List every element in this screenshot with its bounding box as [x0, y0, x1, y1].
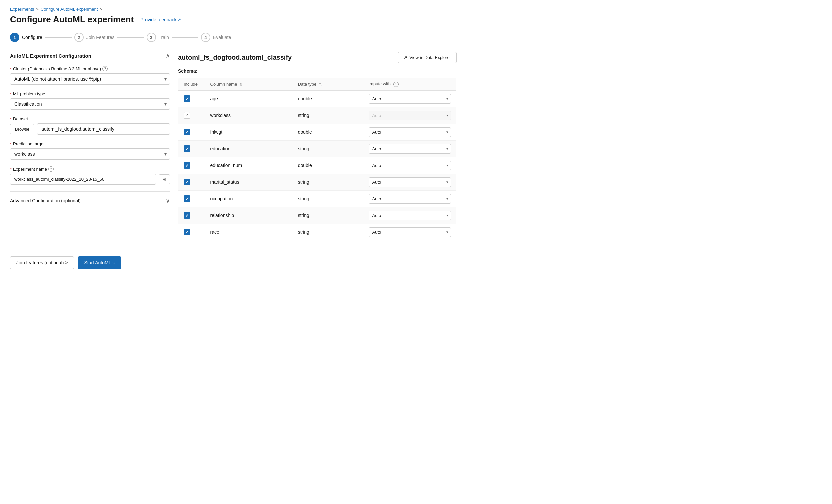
impute-select[interactable]: Auto — [369, 111, 451, 120]
step-configure[interactable]: 1 Configure — [10, 33, 42, 42]
impute-select[interactable]: Auto — [369, 127, 451, 137]
step-train[interactable]: 3 Train — [147, 33, 169, 42]
experiment-name-label: * Experiment name ? — [10, 166, 170, 172]
checkbox-checked[interactable]: ✓ — [184, 179, 190, 185]
impute-cell: Auto — [363, 190, 457, 207]
view-explorer-label: View in Data Explorer — [409, 55, 451, 60]
impute-select[interactable]: Auto — [369, 194, 451, 204]
page-title: Configure AutoML experiment — [10, 14, 134, 25]
dataset-input[interactable] — [37, 123, 170, 135]
table-name: automl_fs_dogfood.automl_classify — [178, 54, 292, 61]
checkbox-checked[interactable]: ✓ — [184, 212, 190, 219]
prediction-target-select[interactable]: workclass — [10, 148, 170, 160]
data-type-cell: double — [293, 90, 363, 107]
impute-select[interactable]: Auto — [369, 177, 451, 187]
advanced-section: Advanced Configuration (optional) ∨ — [10, 191, 170, 204]
impute-select[interactable]: Auto — [369, 211, 451, 220]
feedback-link[interactable]: Provide feedback ↗ — [140, 17, 181, 22]
prediction-target-label-text: Prediction target — [13, 141, 45, 146]
impute-cell: Auto — [363, 90, 457, 107]
external-link-icon: ↗ — [178, 17, 181, 22]
step-connector-2 — [117, 37, 144, 38]
cluster-field: * Cluster (Databricks Runtime 8.3 ML or … — [10, 66, 170, 85]
include-cell: ✓ — [178, 124, 205, 140]
left-panel: AutoML Experiment Configuration ∧ * Clus… — [10, 52, 170, 241]
impute-select[interactable]: Auto — [369, 227, 451, 237]
join-features-button[interactable]: Join features (optional) > — [10, 256, 74, 269]
view-in-data-explorer-button[interactable]: ↗ View in Data Explorer — [398, 52, 457, 63]
impute-select[interactable]: Auto — [369, 161, 451, 170]
col-header-data-type[interactable]: Data type ⇅ — [293, 78, 363, 91]
feedback-label: Provide feedback — [140, 17, 176, 22]
data-type-cell: string — [293, 207, 363, 224]
include-cell: ✓ — [178, 174, 205, 190]
data-type-cell: double — [293, 157, 363, 174]
data-type-cell: string — [293, 107, 363, 124]
table-header: Include Column name ⇅ Data type ⇅ Impute… — [178, 78, 457, 91]
include-cell: ✓ — [178, 90, 205, 107]
cluster-label: * Cluster (Databricks Runtime 8.3 ML or … — [10, 66, 170, 71]
step-circle-3: 3 — [147, 33, 156, 42]
cluster-required-star: * — [10, 66, 12, 71]
step-connector-1 — [45, 37, 72, 38]
main-layout: AutoML Experiment Configuration ∧ * Clus… — [10, 52, 457, 241]
step-join-features[interactable]: 2 Join Features — [74, 33, 115, 42]
start-automl-button[interactable]: Start AutoML » — [78, 256, 121, 269]
checkbox-checked[interactable]: ✓ — [184, 129, 190, 135]
step-label-join-features: Join Features — [86, 35, 115, 40]
advanced-header[interactable]: Advanced Configuration (optional) ∨ — [10, 197, 170, 204]
dataset-field: * Dataset Browse — [10, 116, 170, 135]
column-name-cell: race — [205, 224, 293, 240]
ml-problem-label-text: ML problem type — [13, 91, 45, 96]
right-panel: automl_fs_dogfood.automl_classify ↗ View… — [178, 52, 457, 241]
edit-experiment-name-button[interactable]: ⊞ — [159, 174, 170, 184]
data-type-cell: double — [293, 124, 363, 140]
prediction-target-field: * Prediction target workclass — [10, 141, 170, 160]
ml-problem-select-wrapper: Classification — [10, 98, 170, 110]
data-type-cell: string — [293, 174, 363, 190]
step-label-evaluate: Evaluate — [213, 35, 231, 40]
impute-cell: Auto — [363, 107, 457, 124]
browse-button[interactable]: Browse — [10, 124, 34, 134]
breadcrumb-configure[interactable]: Configure AutoML experiment — [41, 7, 98, 12]
dataset-label: * Dataset — [10, 116, 170, 121]
step-circle-2: 2 — [74, 33, 84, 42]
col-header-column-name[interactable]: Column name ⇅ — [205, 78, 293, 91]
dataset-required-star: * — [10, 116, 12, 121]
step-evaluate[interactable]: 4 Evaluate — [201, 33, 231, 42]
checkbox-checked[interactable]: ✓ — [184, 229, 190, 235]
table-row: ✓education_numdoubleAuto — [178, 157, 457, 174]
checkbox-checked[interactable]: ✓ — [184, 145, 190, 152]
step-circle-4: 4 — [201, 33, 210, 42]
breadcrumb-experiments[interactable]: Experiments — [10, 7, 34, 12]
col-header-impute-with: Impute with ℹ — [363, 78, 457, 91]
collapse-button[interactable]: ∧ — [166, 52, 170, 59]
experiment-name-field: * Experiment name ? ⊞ — [10, 166, 170, 185]
table-row: ✓educationstringAuto — [178, 140, 457, 157]
impute-select[interactable]: Auto — [369, 144, 451, 154]
table-row: ✓relationshipstringAuto — [178, 207, 457, 224]
checkbox-checked[interactable]: ✓ — [184, 195, 190, 202]
impute-help-icon[interactable]: ℹ — [393, 82, 399, 87]
external-icon: ↗ — [404, 55, 407, 60]
cluster-help-icon[interactable]: ? — [102, 66, 108, 71]
checkbox-checked[interactable]: ✓ — [184, 95, 190, 102]
ml-problem-select[interactable]: Classification — [10, 98, 170, 110]
include-cell: ✓ — [178, 140, 205, 157]
ml-problem-field: * ML problem type Classification — [10, 91, 170, 110]
sort-icon-column-name: ⇅ — [240, 82, 243, 86]
experiment-help-icon[interactable]: ? — [48, 166, 54, 172]
include-cell: ✓ — [178, 190, 205, 207]
column-name-cell: relationship — [205, 207, 293, 224]
step-circle-1: 1 — [10, 33, 19, 42]
advanced-title: Advanced Configuration (optional) — [10, 198, 81, 203]
checkbox-checked[interactable]: ✓ — [184, 162, 190, 169]
checkbox-checkmark[interactable]: ✓ — [184, 112, 190, 119]
section-title: AutoML Experiment Configuration — [10, 53, 91, 59]
impute-cell: Auto — [363, 157, 457, 174]
breadcrumb: Experiments > Configure AutoML experimen… — [10, 7, 457, 12]
cluster-select[interactable]: AutoML (do not attach libraries, use %pi… — [10, 73, 170, 85]
experiment-name-input[interactable] — [10, 174, 156, 185]
impute-select[interactable]: Auto — [369, 94, 451, 104]
data-type-cell: string — [293, 224, 363, 240]
